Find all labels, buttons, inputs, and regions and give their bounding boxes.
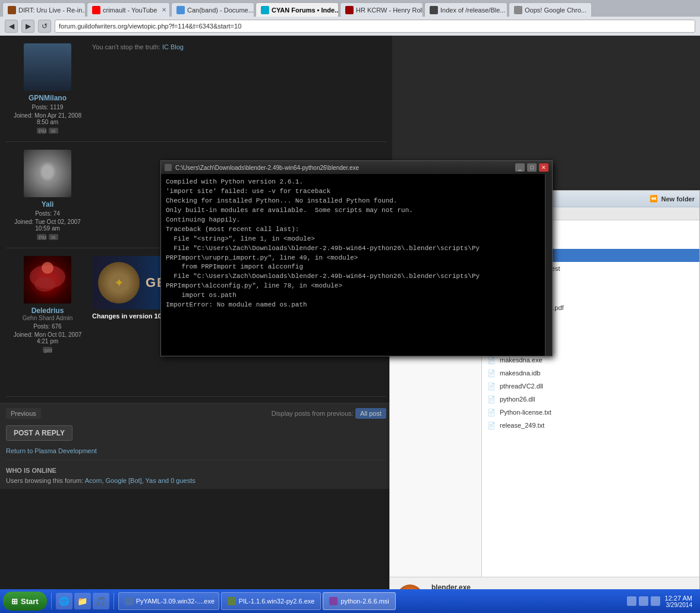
url-bar[interactable]: forum.guildofwriters.org/viewtopic.php?f… [55,20,695,33]
username-deledrius[interactable]: Deledrius [9,306,86,315]
new-folder-button[interactable]: New folder [661,195,695,203]
back-button[interactable]: ◀ [5,20,18,33]
post-gpnmilano: GPNMilano Posts: 1119 Joined: Mon Apr 21… [6,36,386,142]
cmd-line-10: from PRPImport import alcconfig [166,263,547,272]
cmd-line-12: PRPImport\alcconfig.py", line 78, in <mo… [166,282,547,291]
clock-date: 3/29/2014 [665,602,692,608]
cmd-line-8: File "C:\Users\Zach\Downloads\blender-2.… [166,244,547,254]
taskbar-item-python[interactable]: python-2.6.6.msi [323,592,395,610]
cmd-body: Compiled with Python version 2.6.1. 'imp… [161,174,552,356]
cmd-line-7: File "<string>", line 1, in <module> [166,235,547,244]
file-pthreadvc2[interactable]: 📄 pthreadVC2.dll [482,380,699,393]
avatar-column-gpnmilano: GPNMilano Posts: 1119 Joined: Mon Apr 21… [6,40,89,137]
ie-icon[interactable]: 🌐 [56,593,72,609]
tab-favicon-can [176,6,185,14]
user-joined-deledrius: Joined: Mon Oct 01, 2007 4:21 pm [9,331,86,345]
file-release-249[interactable]: 📄 release_249.txt [482,419,699,432]
py-license-icon: 📄 [487,407,496,417]
taskbar-item-pil[interactable]: PIL-1.1.6.win32-py2.6.exe [221,592,321,610]
cmd-line-6: Traceback (most recent call last): [166,225,547,235]
post-reply-button[interactable]: POST A REPLY [6,425,72,441]
tab-close-yt[interactable]: ✕ [162,7,166,13]
cmd-minimize-button[interactable]: _ [515,163,525,172]
cmd-scrollbar[interactable] [545,174,552,356]
email-icon-yali[interactable]: ✉ [49,234,58,240]
username-yali[interactable]: Yali [9,200,86,208]
file-makesdna-idb[interactable]: 📄 makesdna.idb [482,366,699,380]
tab-index[interactable]: Index of /release/Ble... ✕ [424,2,507,17]
username-gpnmilano[interactable]: GPNMilano [9,94,86,102]
cmd-line-9: PRPImport\uruprp_import.py", line 49, in… [166,254,547,263]
user-posts-gpnmilano: Posts: 1119 [9,104,86,110]
user-posts-deledrius: Posts: 676 [9,323,86,330]
pm-icon-yali[interactable]: PM [37,234,46,240]
cmd-line-5: Continuing happily. [166,216,547,225]
cmd-line-3: Checking for installed Python... No inst… [166,197,547,206]
idb-icon: 📄 [487,368,496,378]
tab-dirt[interactable]: DIRT: Uru Live - Re-in... ✕ [2,2,86,17]
file-python26[interactable]: 📄 python26.dll [482,393,699,406]
tab-favicon-oops [514,6,522,14]
cmd-title-text: C:\Users\Zach\Downloads\blender-2.49b-wi… [175,165,359,171]
return-link[interactable]: Return to Plasma Development [6,447,97,454]
prev-next-bar: Previous Display posts from previous: Al… [6,408,386,419]
file-name-display: blender.exe [431,583,525,589]
python26-icon: 📄 [487,394,496,404]
clock-time: 12:27 AM [665,595,692,602]
release-icon: 📄 [487,421,496,430]
avatar-deledrius [24,256,71,304]
cmd-line-11: File "C:\Users\Zach\Downloads\blender-2.… [166,272,547,282]
pthread-icon: 📄 [487,381,496,391]
folder-taskbar-icon[interactable]: 📁 [74,593,91,609]
tray-icon-3 [651,596,660,606]
taskbar-item-pyyaml[interactable]: PyYAML-3.09.win32-....exe [118,592,219,610]
email-icon[interactable]: ✉ [49,128,58,134]
tab-oops[interactable]: Oops! Google Chro... ✕ [509,2,592,17]
avatar-column-deledrius: Deledrius Gehn Shard Admin Posts: 676 Jo… [6,253,89,391]
cmd-maximize-button[interactable]: □ [527,163,537,172]
tab-yt[interactable]: crimault - YouTube ✕ [87,2,170,17]
file-python-license[interactable]: 📄 Python-license.txt [482,406,699,419]
cmd-titlebar: C:\Users\Zach\Downloads\blender-2.49b-wi… [161,161,552,174]
tab-favicon-cyan [261,6,269,14]
cmd-line-4: Only built-in modules are available. Som… [166,206,547,216]
taskbar: ⊞ Start 🌐 📁 🎵 PyYAML-3.09.win32-....exe … [0,589,700,613]
pm-icon-deledrius[interactable]: pm [43,347,52,353]
ic-blog-link[interactable]: IC Blog [162,43,184,50]
display-posts-label: Display posts from previous: All post [272,410,386,417]
avatar-yali [24,150,71,197]
gehn-logo: ✦ [98,262,140,304]
user-joined-gpnmilano: Joined: Mon Apr 21, 2008 8:50 am [9,112,86,125]
tab-favicon-dirt [8,6,16,14]
media-taskbar-icon[interactable]: 🎵 [93,593,109,609]
refresh-button[interactable]: ↺ [38,20,51,33]
forward-button[interactable]: ▶ [21,20,34,33]
start-button[interactable]: ⊞ Start [3,592,47,611]
who-online-text: Users browsing this forum: Acorn, Google… [6,477,386,484]
toolbar-actions: ⏪ New folder [649,195,695,203]
post-tagline-gpnmilano: You can't stop the truth: IC Blog [92,43,383,50]
toolbar-return-button[interactable]: ⏪ [649,195,658,203]
previous-button[interactable]: Previous [6,408,41,419]
windows-logo: ⊞ [11,597,18,606]
python-msi-icon [329,597,338,605]
explorer-status-bar: B blender.exe Application Date modified:… [390,577,699,589]
who-online-title: WHO IS ONLINE [6,467,386,474]
user-role-deledrius: Gehn Shard Admin [9,315,86,321]
cmd-line-1: Compiled with Python version 2.6.1. [166,178,547,187]
tab-cyan[interactable]: CYAN Forums • Inde... ✕ [256,2,339,17]
tab-close-oops[interactable]: ✕ [591,7,592,13]
all-posts-button[interactable]: All post [355,408,386,419]
taskbar-separator-1 [51,593,52,609]
tab-hr[interactable]: HR KCRW - Henry Rollin... ✕ [340,2,423,17]
system-tray [627,596,660,606]
cmd-line-2: 'import site' failed: use -v for traceba… [166,187,547,197]
pm-icon[interactable]: PM [37,128,46,134]
cmd-title-left: C:\Users\Zach\Downloads\blender-2.49b-wi… [165,164,359,171]
cmd-close-button[interactable]: ✕ [539,163,548,172]
post-icons-deledrius: pm [9,347,86,353]
makesdna-exe-icon: 📄 [487,355,496,365]
tab-can[interactable]: Can(band) - Docume... ✕ [171,2,254,17]
pil-icon [228,597,236,605]
tray-icon-2 [639,596,648,606]
